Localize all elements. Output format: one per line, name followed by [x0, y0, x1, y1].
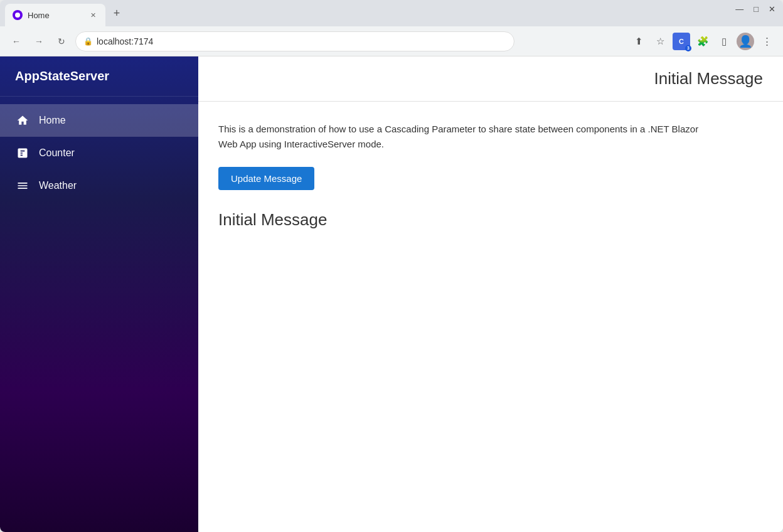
weather-icon	[15, 178, 30, 193]
page-header: Initial Message	[198, 56, 783, 102]
counter-icon	[15, 146, 30, 161]
home-icon	[15, 113, 30, 128]
url-text: localhost:7174	[97, 36, 153, 46]
extension-button[interactable]: C 3	[673, 33, 690, 50]
title-bar: Home ✕ + — □ ✕	[0, 0, 783, 26]
back-button[interactable]: ←	[8, 33, 25, 50]
sidebar: AppStateServer Home	[0, 56, 198, 532]
url-bar[interactable]: 🔒 localhost:7174	[75, 31, 514, 51]
bookmark-button[interactable]: ☆	[651, 33, 669, 50]
app-container: AppStateServer Home	[0, 56, 783, 532]
page-title: Initial Message	[654, 69, 763, 88]
sidebar-item-home[interactable]: Home	[0, 104, 198, 137]
sidebar-weather-label: Weather	[39, 180, 77, 191]
profile-avatar[interactable]: 👤	[737, 33, 754, 50]
lock-icon: 🔒	[83, 37, 93, 46]
tab-close-button[interactable]: ✕	[88, 10, 98, 20]
browser-window: Home ✕ + — □ ✕ ← → ↻ 🔒 localhost:7174 ⬆ …	[0, 0, 783, 532]
address-bar: ← → ↻ 🔒 localhost:7174 ⬆ ☆ C 3 🧩 ▯ 👤 ⋮	[0, 26, 783, 56]
new-tab-button[interactable]: +	[108, 4, 125, 22]
sidebar-counter-label: Counter	[39, 147, 75, 159]
sidebar-toggle-button[interactable]: ▯	[715, 33, 733, 50]
window-controls: — □ ✕	[735, 5, 775, 13]
sidebar-home-label: Home	[39, 115, 66, 126]
message-display: Initial Message	[218, 210, 763, 230]
minimize-icon[interactable]: —	[735, 5, 743, 13]
refresh-button[interactable]: ↻	[53, 33, 70, 50]
app-title: AppStateServer	[0, 56, 198, 97]
sidebar-item-weather[interactable]: Weather	[0, 169, 198, 202]
update-message-button[interactable]: Update Message	[218, 167, 314, 190]
toolbar-right: ⬆ ☆ C 3 🧩 ▯ 👤 ⋮	[630, 33, 775, 50]
tab-favicon	[13, 10, 23, 20]
share-button[interactable]: ⬆	[630, 33, 647, 50]
main-content: Initial Message This is a demonstration …	[198, 56, 783, 532]
forward-button[interactable]: →	[30, 33, 48, 50]
description-text: This is a demonstration of how to use a …	[218, 122, 708, 152]
extension-badge: 3	[685, 45, 691, 51]
maximize-icon[interactable]: □	[754, 5, 759, 13]
browser-tab[interactable]: Home ✕	[5, 4, 105, 26]
extensions-button[interactable]: 🧩	[694, 33, 711, 50]
sidebar-item-counter[interactable]: Counter	[0, 137, 198, 169]
menu-button[interactable]: ⋮	[758, 33, 775, 50]
close-icon[interactable]: ✕	[769, 5, 775, 13]
tab-title: Home	[28, 11, 83, 20]
nav-menu: Home Counter Wea	[0, 97, 198, 210]
page-body: This is a demonstration of how to use a …	[198, 102, 783, 250]
